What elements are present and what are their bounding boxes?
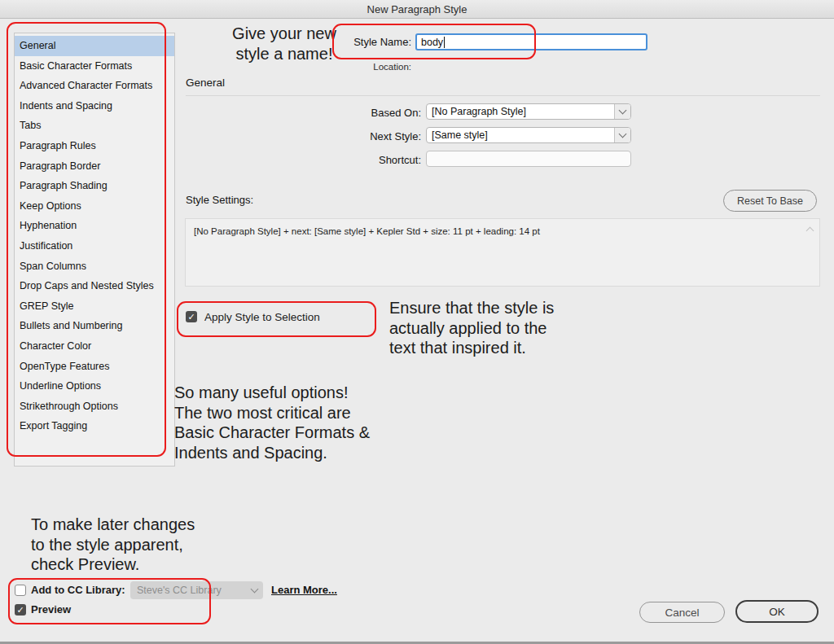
title-bar[interactable]: New Paragraph Style bbox=[0, 0, 834, 19]
sidebar-item-hyphenation[interactable]: Hyphenation bbox=[15, 216, 174, 236]
check-icon: ✓ bbox=[187, 313, 195, 322]
sidebar-item-basic-character-formats[interactable]: Basic Character Formats bbox=[15, 56, 174, 77]
based-on-label: Based On: bbox=[309, 107, 421, 119]
sidebar-item-general[interactable]: General bbox=[15, 36, 174, 56]
based-on-select[interactable]: [No Paragraph Style] bbox=[426, 103, 631, 120]
learn-more-link[interactable]: Learn More... bbox=[271, 584, 337, 596]
callout-line: text that inspired it. bbox=[389, 338, 554, 358]
preview-checkbox[interactable]: ✓ bbox=[15, 604, 26, 616]
sidebar-item-character-color[interactable]: Character Color bbox=[15, 336, 174, 357]
shortcut-input[interactable] bbox=[426, 151, 631, 167]
reset-to-base-button[interactable]: Reset To Base bbox=[723, 190, 817, 212]
dropdown-cap bbox=[614, 128, 630, 142]
preview-label: Preview bbox=[31, 603, 71, 616]
sidebar-item-paragraph-rules[interactable]: Paragraph Rules bbox=[15, 136, 174, 156]
next-style-select[interactable]: [Same style] bbox=[426, 127, 631, 143]
apply-style-checkbox[interactable]: ✓ bbox=[186, 311, 197, 322]
cancel-button[interactable]: Cancel bbox=[639, 602, 725, 623]
callout-line: to the style apparent, bbox=[31, 535, 195, 555]
general-section-heading: General bbox=[186, 77, 225, 89]
callout-line: The two most critical are bbox=[174, 403, 370, 423]
sidebar-item-bullets-and-numbering[interactable]: Bullets and Numbering bbox=[15, 316, 174, 336]
callout-line: So many useful options! bbox=[174, 383, 370, 403]
chevron-down-icon bbox=[619, 130, 627, 138]
sidebar-item-indents-and-spacing[interactable]: Indents and Spacing bbox=[15, 96, 174, 116]
callout-preview: To make later changes to the style appar… bbox=[31, 515, 195, 575]
sidebar-item-keep-options[interactable]: Keep Options bbox=[15, 196, 174, 217]
chevron-down-icon bbox=[250, 585, 258, 594]
based-on-value: [No Paragraph Style] bbox=[427, 106, 614, 117]
callout-line: Basic Character Formats & bbox=[174, 423, 370, 443]
style-name-value: body bbox=[421, 37, 443, 48]
callout-line: To make later changes bbox=[31, 515, 195, 535]
next-style-label: Next Style: bbox=[309, 130, 421, 142]
text-caret bbox=[444, 37, 445, 48]
callout-line: check Preview. bbox=[31, 554, 195, 575]
callout-line: Indents and Spacing. bbox=[174, 443, 370, 463]
location-label: Location: bbox=[322, 62, 411, 72]
sidebar-item-strikethrough-options[interactable]: Strikethrough Options bbox=[15, 396, 174, 417]
dropdown-cap bbox=[245, 589, 263, 592]
sidebar-item-advanced-character-formats[interactable]: Advanced Character Formats bbox=[15, 76, 174, 96]
sidebar-item-underline-options[interactable]: Underline Options bbox=[15, 376, 174, 396]
style-name-label: Style Name: bbox=[314, 36, 411, 48]
sidebar-item-paragraph-shading[interactable]: Paragraph Shading bbox=[15, 176, 174, 196]
style-settings-text: [No Paragraph Style] + next: [Same style… bbox=[186, 219, 819, 243]
cc-library-value: Steve's CC Library bbox=[130, 585, 245, 596]
category-list: General Basic Character Formats Advanced… bbox=[14, 33, 175, 467]
check-icon: ✓ bbox=[16, 606, 24, 615]
next-style-value: [Same style] bbox=[427, 129, 614, 141]
style-settings-summary: [No Paragraph Style] + next: [Same style… bbox=[185, 218, 820, 287]
sidebar-item-span-columns[interactable]: Span Columns bbox=[15, 256, 174, 277]
callout-options: So many useful options! The two most cri… bbox=[174, 383, 370, 462]
add-to-cc-library-label: Add to CC Library: bbox=[31, 584, 125, 596]
section-divider bbox=[186, 95, 820, 96]
style-name-input[interactable]: body bbox=[415, 33, 647, 50]
chevron-down-icon bbox=[619, 107, 627, 115]
callout-apply-style: Ensure that the style is actually applie… bbox=[389, 298, 554, 358]
sidebar-item-paragraph-border[interactable]: Paragraph Border bbox=[15, 156, 174, 177]
sidebar-item-justification[interactable]: Justification bbox=[15, 236, 174, 256]
sidebar-item-drop-caps-nested-styles[interactable]: Drop Caps and Nested Styles bbox=[15, 276, 174, 296]
shortcut-label: Shortcut: bbox=[309, 154, 421, 166]
callout-line: actually applied to the bbox=[389, 318, 554, 339]
window-title: New Paragraph Style bbox=[367, 3, 467, 15]
sidebar-item-tabs[interactable]: Tabs bbox=[15, 116, 174, 136]
style-settings-label: Style Settings: bbox=[186, 194, 253, 206]
ok-button[interactable]: OK bbox=[735, 600, 819, 623]
sidebar-item-grep-style[interactable]: GREP Style bbox=[15, 296, 174, 317]
sidebar-item-export-tagging[interactable]: Export Tagging bbox=[15, 416, 174, 436]
callout-line: Ensure that the style is bbox=[389, 298, 554, 318]
add-to-cc-library-checkbox[interactable] bbox=[15, 585, 26, 596]
apply-style-label: Apply Style to Selection bbox=[204, 311, 320, 323]
cc-library-select[interactable]: Steve's CC Library bbox=[130, 581, 263, 599]
new-paragraph-style-dialog: New Paragraph Style General Basic Charac… bbox=[0, 0, 834, 644]
dropdown-cap bbox=[614, 104, 630, 119]
sidebar-item-opentype-features[interactable]: OpenType Features bbox=[15, 357, 174, 377]
